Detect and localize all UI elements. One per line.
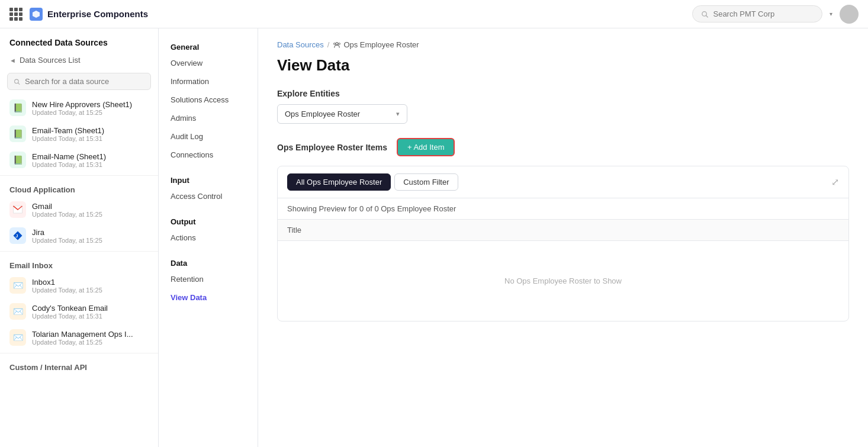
search-icon <box>701 10 708 18</box>
inbox-icon: ✉️ <box>9 329 26 346</box>
back-label: Data Sources List <box>20 56 81 65</box>
items-label: Ops Employee Roster Items <box>277 143 387 152</box>
middle-nav-output-title: Output <box>159 213 258 229</box>
nav-overview[interactable]: Overview <box>159 54 258 72</box>
nav-solutions-access[interactable]: Solutions Access <box>159 91 258 109</box>
item-updated: Updated Today, at 15:31 <box>32 135 149 142</box>
items-header: Ops Employee Roster Items + Add Item <box>277 138 849 156</box>
custom-api-section-title: Custom / Internal API <box>0 356 158 374</box>
chevron-down-icon: ▾ <box>396 110 400 118</box>
svg-text:J: J <box>15 233 18 239</box>
item-name: Email-Name (Sheet1) <box>32 152 149 161</box>
breadcrumb-data-sources[interactable]: Data Sources <box>277 40 324 49</box>
preview-text: Showing Preview for 0 of 0 Ops Employee … <box>278 198 848 220</box>
sidebar-item-gmail[interactable]: Gmail Updated Today, at 15:25 <box>0 197 158 223</box>
nav-information[interactable]: Information <box>159 72 258 91</box>
col-title: Title <box>278 220 544 241</box>
svg-point-7 <box>336 42 338 44</box>
avatar[interactable] <box>840 5 859 24</box>
sheet-icon: 📗 <box>9 152 26 168</box>
nav-admins[interactable]: Admins <box>159 109 258 127</box>
nav-retention[interactable]: Retention <box>159 270 258 288</box>
cloud-application-section-title: Cloud Application <box>0 178 158 197</box>
data-table: Title <box>278 220 848 241</box>
col-empty-1 <box>544 220 696 241</box>
empty-state: No Ops Employee Roster to Show <box>278 241 848 321</box>
svg-line-4 <box>18 82 19 83</box>
nav-access-control[interactable]: Access Control <box>159 187 258 205</box>
item-updated: Updated Today, at 15:31 <box>32 161 149 168</box>
nav-connections[interactable]: Connections <box>159 146 258 164</box>
table-tabs: All Ops Employee Roster Custom Filter ⤢ <box>278 166 848 198</box>
svg-marker-0 <box>33 11 40 18</box>
email-inbox-section-title: Email Inbox <box>0 254 158 272</box>
middle-nav: General Overview Information Solutions A… <box>159 28 258 447</box>
left-sidebar: Connected Data Sources ◄ Data Sources Li… <box>0 28 159 447</box>
global-search[interactable] <box>692 5 822 22</box>
breadcrumb-entity-icon: Ops Employee Roster <box>333 40 419 49</box>
entity-dropdown[interactable]: Ops Employee Roster ▾ <box>277 104 407 124</box>
main-layout: Connected Data Sources ◄ Data Sources Li… <box>0 28 868 447</box>
top-nav: Enterprise Components ▾ <box>0 0 868 28</box>
item-name: Cody's Tonkean Email <box>32 304 149 313</box>
breadcrumb: Data Sources / Ops Employee Roster <box>277 40 849 49</box>
middle-nav-general-title: General <box>159 38 258 54</box>
page-title: View Data <box>277 56 849 75</box>
sidebar-item-new-hire-approvers[interactable]: 📗 New Hire Approvers (Sheet1) Updated To… <box>0 95 158 121</box>
breadcrumb-current: Ops Employee Roster <box>343 40 419 49</box>
items-section: Ops Employee Roster Items + Add Item All… <box>277 138 849 321</box>
sidebar-item-jira[interactable]: J Jira Updated Today, at 15:25 <box>0 223 158 249</box>
item-name: Tolarian Management Ops I... <box>32 330 149 339</box>
main-content: Data Sources / Ops Employee Roster View … <box>258 28 868 447</box>
nav-actions[interactable]: Actions <box>159 229 258 247</box>
sidebar-divider <box>0 251 158 252</box>
chevron-down-icon[interactable]: ▾ <box>830 11 832 17</box>
sidebar-header: Connected Data Sources <box>0 28 158 52</box>
app-logo: Enterprise Components <box>30 8 148 21</box>
sidebar-item-inbox1[interactable]: ✉️ Inbox1 Updated Today, at 15:25 <box>0 272 158 298</box>
expand-icon[interactable]: ⤢ <box>831 176 839 188</box>
item-name: Gmail <box>32 202 149 211</box>
sidebar-search-input[interactable] <box>25 77 144 86</box>
top-nav-right: ▾ <box>692 5 859 24</box>
back-arrow-icon: ◄ <box>9 57 16 64</box>
item-updated: Updated Today, at 15:25 <box>32 109 149 116</box>
sidebar-search[interactable] <box>7 73 151 90</box>
svg-line-2 <box>706 15 708 17</box>
nav-audit-log[interactable]: Audit Log <box>159 127 258 146</box>
inbox-icon: ✉️ <box>9 303 26 320</box>
breadcrumb-separator: / <box>327 40 330 49</box>
global-search-input[interactable] <box>713 9 814 18</box>
top-nav-left: Enterprise Components <box>9 8 148 21</box>
tab-custom-filter[interactable]: Custom Filter <box>394 173 458 191</box>
sheet-icon: 📗 <box>9 99 26 116</box>
sheet-icon: 📗 <box>9 126 26 142</box>
entity-dropdown-value: Ops Employee Roster <box>285 110 360 118</box>
gmail-icon <box>9 201 26 218</box>
item-updated: Updated Today, at 15:25 <box>32 211 149 218</box>
item-name: Inbox1 <box>32 278 149 287</box>
sidebar-divider <box>0 353 158 353</box>
sidebar-item-email-team[interactable]: 📗 Email-Team (Sheet1) Updated Today, at … <box>0 121 158 147</box>
sidebar-item-tolarian[interactable]: ✉️ Tolarian Management Ops I... Updated … <box>0 324 158 350</box>
middle-nav-input-title: Input <box>159 171 258 187</box>
sidebar-back[interactable]: ◄ Data Sources List <box>0 52 158 68</box>
middle-nav-data-title: Data <box>159 254 258 270</box>
svg-point-9 <box>334 43 336 44</box>
sidebar-divider <box>0 175 158 176</box>
jira-icon: J <box>9 227 26 244</box>
data-table-container: All Ops Employee Roster Custom Filter ⤢ … <box>277 166 849 321</box>
inbox-icon: ✉️ <box>9 277 26 294</box>
item-name: Jira <box>32 228 149 237</box>
item-name: Email-Team (Sheet1) <box>32 126 149 135</box>
tab-all[interactable]: All Ops Employee Roster <box>287 173 391 191</box>
sidebar-item-codys-email[interactable]: ✉️ Cody's Tonkean Email Updated Today, a… <box>0 298 158 324</box>
nav-view-data[interactable]: View Data <box>159 288 258 307</box>
item-updated: Updated Today, at 15:25 <box>32 339 149 346</box>
app-title: Enterprise Components <box>47 9 148 19</box>
add-item-button[interactable]: + Add Item <box>397 138 455 156</box>
table-tabs-left: All Ops Employee Roster Custom Filter <box>287 173 458 191</box>
explore-entities-title: Explore Entities <box>277 89 849 98</box>
grid-menu-icon[interactable] <box>9 8 22 21</box>
sidebar-item-email-name[interactable]: 📗 Email-Name (Sheet1) Updated Today, at … <box>0 147 158 173</box>
